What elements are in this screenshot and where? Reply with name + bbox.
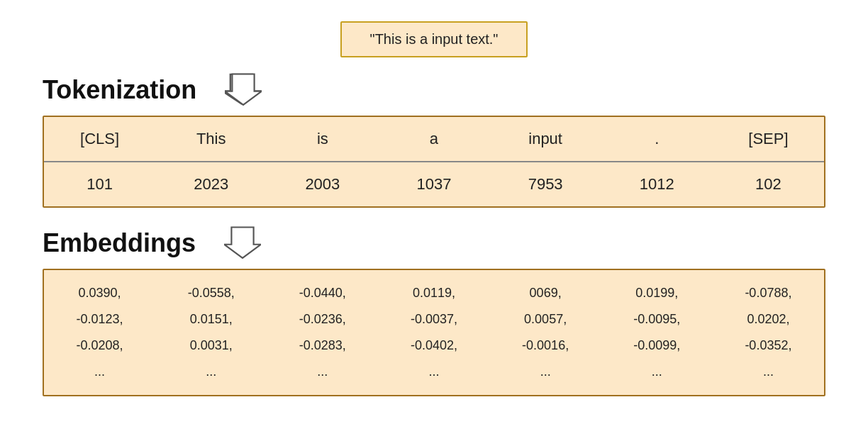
embed-cell-3-3: ... — [378, 359, 489, 385]
embed-cell-0-6: -0.0788, — [713, 280, 824, 306]
embed-cell-2-2: -0.0283, — [267, 333, 378, 359]
embed-cell-1-6: 0.0202, — [713, 306, 824, 333]
embed-cell-0-5: 0.0199, — [601, 280, 713, 306]
token-id-2023: 2023 — [155, 162, 267, 206]
embed-cell-0-4: 0069, — [490, 280, 601, 306]
embed-cell-2-6: -0.0352, — [713, 333, 824, 359]
embeddings-table: 0.0390, -0.0558, -0.0440, 0.0119, 0069, … — [43, 269, 825, 396]
token-is: is — [267, 117, 378, 161]
token-id-1012: 1012 — [601, 162, 713, 206]
embed-cell-0-1: -0.0558, — [155, 280, 267, 306]
token-id-101: 101 — [44, 162, 155, 206]
embed-row-1: -0.0123, 0.0151, -0.0236, -0.0037, 0.005… — [44, 306, 824, 333]
token-this: This — [155, 117, 267, 161]
token-id-2003: 2003 — [267, 162, 378, 206]
embed-cell-2-5: -0.0099, — [601, 333, 713, 359]
token-cls: [CLS] — [44, 117, 155, 161]
embeddings-section: Embeddings 0.0390, -0.0558, -0.0440, 0.0… — [43, 225, 825, 396]
tokenization-table: [CLS] This is a input . [SEP] 101 — [43, 116, 825, 208]
embed-cell-2-0: -0.0208, — [44, 333, 155, 359]
embed-cell-1-4: 0.0057, — [490, 306, 601, 333]
token-header-row: [CLS] This is a input . [SEP] — [44, 117, 824, 162]
embed-row-2: -0.0208, 0.0031, -0.0283, -0.0402, -0.00… — [44, 333, 824, 359]
token-id-1037: 1037 — [378, 162, 489, 206]
input-text-box: "This is a input text." — [340, 21, 528, 57]
embed-cell-1-3: -0.0037, — [378, 306, 489, 333]
token-sep: [SEP] — [713, 117, 824, 161]
token-dot: . — [601, 117, 713, 161]
embed-cell-1-0: -0.0123, — [44, 306, 155, 333]
token-input: input — [490, 117, 601, 161]
tokenization-header: Tokenization — [43, 72, 262, 108]
tokenization-title: Tokenization — [43, 75, 196, 105]
embed-cell-3-4: ... — [490, 359, 601, 385]
embed-cell-3-1: ... — [155, 359, 267, 385]
token-a: a — [378, 117, 489, 161]
embed-cell-2-4: -0.0016, — [490, 333, 601, 359]
embed-cell-3-0: ... — [44, 359, 155, 385]
embed-row-0: 0.0390, -0.0558, -0.0440, 0.0119, 0069, … — [44, 280, 824, 306]
token-id-row: 101 2023 2003 1037 7953 1012 102 — [44, 162, 824, 206]
embed-cell-0-3: 0.0119, — [378, 280, 489, 306]
token-id-7953: 7953 — [490, 162, 601, 206]
tokenization-section: Tokenization [CLS] This is a input . — [43, 72, 825, 208]
embed-cell-1-2: -0.0236, — [267, 306, 378, 333]
tokenization-arrow-icon — [225, 72, 262, 108]
embeddings-title: Embeddings — [43, 228, 196, 258]
token-id-102: 102 — [713, 162, 824, 206]
embed-cell-3-5: ... — [601, 359, 713, 385]
embeddings-arrow-icon — [224, 225, 261, 262]
embed-cell-3-2: ... — [267, 359, 378, 385]
embed-cell-2-1: 0.0031, — [155, 333, 267, 359]
embed-cell-3-6: ... — [713, 359, 824, 385]
svg-marker-2 — [224, 227, 261, 257]
embed-cell-1-5: -0.0095, — [601, 306, 713, 333]
embed-row-3: ... ... ... ... ... ... ... — [44, 359, 824, 385]
embed-cell-0-2: -0.0440, — [267, 280, 378, 306]
embed-cell-0-0: 0.0390, — [44, 280, 155, 306]
embed-cell-2-3: -0.0402, — [378, 333, 489, 359]
embed-cell-1-1: 0.0151, — [155, 306, 267, 333]
embeddings-header: Embeddings — [43, 225, 261, 262]
